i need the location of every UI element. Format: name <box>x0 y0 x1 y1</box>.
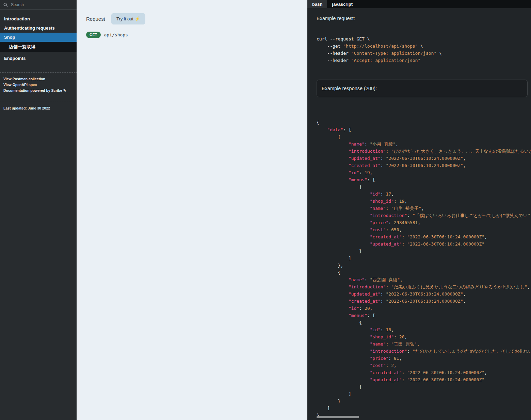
code-panel: bash javascript Example request: curl --… <box>307 0 531 420</box>
horizontal-scrollbar[interactable] <box>317 416 359 418</box>
search-bar[interactable] <box>0 0 77 10</box>
tab-bash[interactable]: bash <box>307 0 327 8</box>
http-method-badge: GET <box>86 32 101 38</box>
divider <box>0 68 77 68</box>
request-row: Request Try it out ⚡ <box>86 13 307 24</box>
sidebar-item-shop-list[interactable]: 店舗一覧取得 <box>0 42 77 52</box>
try-it-out-button[interactable]: Try it out ⚡ <box>111 13 145 24</box>
link-powered-by-scribe[interactable]: Documentation powered by Scribe ✎ <box>3 88 73 93</box>
request-heading: Request <box>86 16 105 22</box>
tab-javascript[interactable]: javascript <box>327 0 357 8</box>
language-tabs: bash javascript <box>307 0 531 8</box>
endpoint-row: GET api/shops <box>86 32 307 38</box>
sidebar-links: View Postman collection View OpenAPI spe… <box>0 73 77 97</box>
sidebar-item-endpoints[interactable]: Endpoints <box>0 54 77 63</box>
link-openapi-spec[interactable]: View OpenAPI spec <box>3 82 73 87</box>
example-response-header[interactable]: Example response (200): <box>317 80 528 97</box>
code-panel-body: Example request: curl --request GET \ --… <box>307 16 531 419</box>
search-input[interactable] <box>10 2 68 7</box>
response-code-block[interactable]: { "data": [ { "name": "小泉 真綾", "introduc… <box>317 119 531 419</box>
endpoint-path: api/shops <box>104 32 128 37</box>
sidebar: Introduction Authenticating requests Sho… <box>0 0 77 420</box>
last-updated: Last updated: June 30 2022 <box>0 102 77 114</box>
example-request-label: Example request: <box>317 16 531 21</box>
curl-code-block[interactable]: curl --request GET \ --get "http://local… <box>317 35 531 64</box>
sidebar-item-shop[interactable]: Shop <box>0 33 77 42</box>
example-response-label: Example response (200): <box>322 86 377 91</box>
sidebar-item-authenticating-requests[interactable]: Authenticating requests <box>0 23 77 33</box>
link-postman-collection[interactable]: View Postman collection <box>3 77 73 81</box>
search-icon <box>3 3 8 7</box>
sidebar-nav: Introduction Authenticating requests Sho… <box>0 14 77 63</box>
content-panel: Request Try it out ⚡ GET api/shops <box>77 0 307 420</box>
sidebar-item-introduction[interactable]: Introduction <box>0 14 77 23</box>
